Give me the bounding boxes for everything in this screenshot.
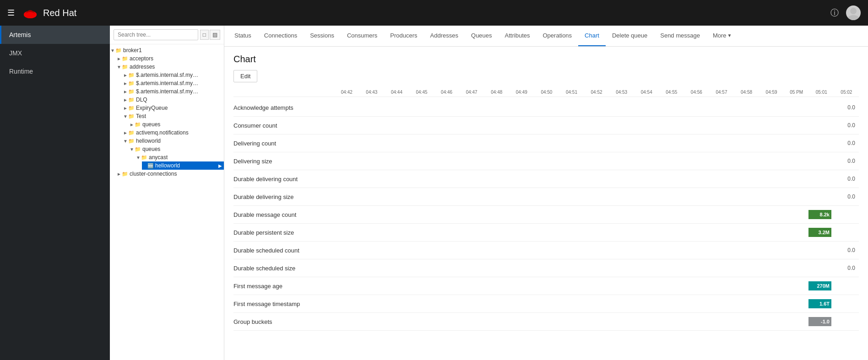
sidebar: Artemis JMX Runtime (0, 26, 110, 360)
tab-status[interactable]: Status (228, 26, 258, 46)
timeline-label: 05:02 (834, 90, 859, 95)
tab-queues[interactable]: Queues (465, 26, 499, 46)
timeline-label: 04:43 (359, 90, 385, 95)
tree-arrow-icon: ▶ (218, 163, 222, 168)
tab-addresses[interactable]: Addresses (424, 26, 465, 46)
folder-icon: 📁 (128, 89, 135, 95)
metric-chart-area (532, 138, 831, 148)
tree-label-activemq: activemq.notifications (136, 129, 189, 136)
metric-chart-area (532, 192, 831, 202)
tree-label-addr1: $.artemis.internal.sf.my-cluster.... (136, 72, 200, 78)
brand-logo (22, 5, 38, 21)
metric-row: Durable scheduled size0.0 (233, 259, 859, 277)
tree-row-cluster-connections[interactable]: ► 📁 cluster-connections (116, 170, 224, 178)
tree-row-dlq[interactable]: ► 📁 DLQ (123, 96, 224, 104)
timeline-label: 04:56 (684, 90, 709, 95)
tree-row-hw-queues[interactable]: ▼ 📁 queues (129, 145, 224, 153)
chevron-down-icon: ▼ (129, 147, 135, 152)
tree-label-addr3: $.artemis.internal.sf.my-cluster.... (136, 88, 200, 95)
top-nav: ☰ Red Hat ⓘ (0, 0, 868, 26)
folder-icon: 📁 (141, 155, 147, 161)
tab-sessions[interactable]: Sessions (304, 26, 341, 46)
metric-name: Acknowledge attempts (233, 104, 532, 111)
metric-name: First message age (233, 283, 532, 290)
tree-label-acceptors: acceptors (130, 55, 153, 62)
metric-value: 0.0 (831, 265, 859, 271)
metric-row: Delivering size0.0 (233, 152, 859, 170)
metric-row: Acknowledge attempts0.0 (233, 99, 859, 117)
tab-operations[interactable]: Operations (537, 26, 579, 46)
tree-row-test[interactable]: ▼ 📁 Test (123, 112, 224, 120)
timeline-label: 04:54 (634, 90, 659, 95)
timeline-label: 04:55 (659, 90, 684, 95)
tab-send-message[interactable]: Send message (654, 26, 706, 46)
folder-icon: 📁 (135, 122, 141, 128)
timeline-label: 04:44 (384, 90, 409, 95)
metric-row: First message timestamp1.6T (233, 295, 859, 313)
tree-row-broker1[interactable]: ▼ 📁 broker1 (110, 46, 224, 54)
metric-name: Durable scheduled size (233, 265, 532, 272)
timeline-label: 04:47 (459, 90, 484, 95)
tree-node-anycast: ▼ 📁 anycast (136, 153, 224, 170)
sidebar-item-jmx[interactable]: JMX (0, 44, 110, 62)
metric-name: Delivering count (233, 140, 532, 147)
sidebar-item-runtime[interactable]: Runtime (0, 62, 110, 81)
tree-node-broker1: ▼ 📁 broker1 ► 📁 acceptors ▼ � (110, 46, 224, 178)
help-icon[interactable]: ⓘ (830, 7, 839, 18)
tree-expand-icon[interactable]: □ (200, 30, 209, 40)
tree-row-addr1[interactable]: ► 📁 $.artemis.internal.sf.my-cluster.... (123, 71, 224, 79)
tree-row-addr2[interactable]: ► 📁 $.artemis.internal.sf.my-cluster.... (123, 79, 224, 87)
metric-value: 0.0 (831, 122, 859, 129)
timeline-label: 04:42 (334, 90, 359, 95)
metric-chart-area (532, 245, 831, 255)
tree-row-acceptors[interactable]: ► 📁 acceptors (116, 54, 224, 63)
brand-name: Red Hat (43, 8, 76, 18)
timeline-label: 04:51 (559, 90, 584, 95)
folder-icon: 📁 (128, 81, 135, 86)
metric-name: Durable message count (233, 211, 532, 218)
tree-label-cluster-connections: cluster-connections (130, 171, 177, 177)
hamburger-icon[interactable]: ☰ (7, 8, 15, 18)
tab-delete-queue[interactable]: Delete queue (606, 26, 654, 46)
tab-more[interactable]: More ▼ (706, 26, 738, 46)
tree-label-anycast: anycast (149, 154, 168, 161)
metric-row: Durable delivering size0.0 (233, 188, 859, 206)
tree-row-addr3[interactable]: ► 📁 $.artemis.internal.sf.my-cluster.... (123, 87, 224, 96)
tree-row-helloworld-queue[interactable]: 🆕 helloworld ▶ (142, 161, 224, 170)
metric-row: Group buckets-1.0 (233, 313, 859, 331)
folder-icon: 📁 (135, 146, 141, 152)
tree-label-test-queues: queues (142, 121, 160, 128)
sidebar-item-artemis[interactable]: Artemis (0, 26, 110, 44)
metric-name: First message timestamp (233, 301, 532, 307)
tab-chart[interactable]: Chart (578, 26, 606, 46)
tab-producers[interactable]: Producers (384, 26, 423, 46)
tree-node-hw-queues: ▼ 📁 queues ▼ (129, 145, 224, 170)
tree-row-anycast[interactable]: ▼ 📁 anycast (136, 153, 224, 161)
tree-label-addr2: $.artemis.internal.sf.my-cluster.... (136, 80, 200, 86)
metric-value: 0.0 (831, 176, 859, 182)
tree-row-addresses[interactable]: ▼ 📁 addresses (116, 63, 224, 71)
tree-collapse-icon[interactable]: ▨ (210, 30, 220, 40)
tree-row-activemq[interactable]: ► 📁 activemq.notifications (123, 129, 224, 137)
tree-search-bar: □ ▨ (110, 26, 224, 44)
tab-consumers[interactable]: Consumers (341, 26, 384, 46)
metric-chart-area (532, 120, 831, 130)
timeline-label: 04:48 (484, 90, 509, 95)
tree-search-input[interactable] (114, 29, 198, 40)
chevron-down-icon: ▼ (123, 139, 128, 144)
folder-icon: 📁 (115, 48, 122, 54)
timeline-labels: 04:4204:4304:4404:4504:4604:4704:4804:49… (334, 90, 859, 95)
tree-label-helloworld-queue: helloworld (155, 162, 180, 169)
edit-button[interactable]: Edit (233, 70, 257, 82)
tree-row-test-queues[interactable]: ► 📁 queues (129, 120, 224, 129)
metric-bar: -1.0 (808, 317, 831, 326)
tree-search-icons: □ ▨ (200, 30, 220, 40)
tab-connections[interactable]: Connections (258, 26, 304, 46)
tree-row-helloworld-addr[interactable]: ▼ 📁 helloworld (123, 137, 224, 145)
metric-bar: 3.2M (808, 228, 831, 237)
tab-attributes[interactable]: Attributes (499, 26, 537, 46)
tree-row-expiryqueue[interactable]: ► 📁 ExpiryQueue (123, 104, 224, 112)
avatar[interactable] (846, 5, 861, 20)
timeline-label: 04:45 (409, 90, 434, 95)
chevron-right-icon: ► (116, 56, 122, 61)
